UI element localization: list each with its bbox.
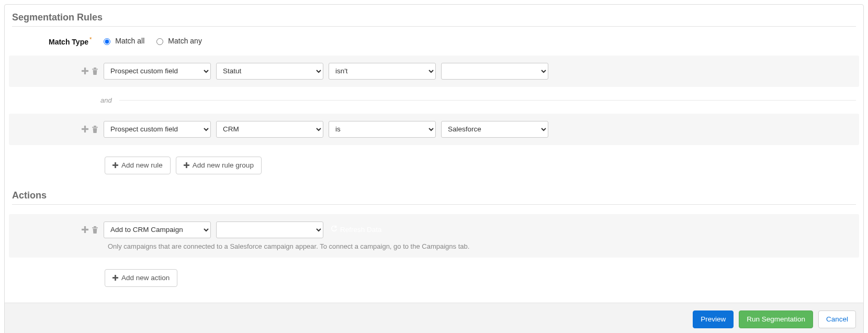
svg-rect-17 (112, 277, 118, 279)
action-row: Add to CRM Campaign Refresh Data Only ca… (9, 214, 859, 258)
rule-row: Prospect custom field CRM is Salesforce (9, 114, 859, 145)
add-new-rule-button[interactable]: Add new rule (105, 157, 171, 174)
svg-rect-5 (82, 128, 88, 130)
segmentation-panel: Segmentation Rules Match Type* Match all… (4, 4, 864, 333)
rule-field-type-select[interactable]: Prospect custom field (104, 121, 211, 138)
trash-icon[interactable] (92, 226, 98, 234)
match-any-label: Match any (168, 37, 202, 45)
rule-field-name-select[interactable]: CRM (216, 121, 323, 138)
actions-title: Actions (9, 190, 859, 204)
rule-value-select[interactable] (441, 63, 548, 80)
plus-icon (112, 275, 118, 281)
action-value-select[interactable] (216, 221, 323, 238)
match-all-label: Match all (115, 37, 144, 45)
refresh-label: Refresh Data (340, 226, 382, 234)
action-buttons-row: Add new action (9, 269, 859, 287)
rule-operator-select[interactable]: is (329, 121, 436, 138)
rule-value-select[interactable]: Salesforce (441, 121, 548, 138)
add-group-label: Add new rule group (193, 161, 254, 169)
match-type-row: Match Type* Match all Match any (12, 36, 856, 46)
action-type-select[interactable]: Add to CRM Campaign (104, 221, 211, 238)
panel-body: Segmentation Rules Match Type* Match all… (5, 5, 863, 287)
svg-rect-11 (184, 164, 189, 166)
svg-rect-2 (92, 69, 98, 70)
rule-field-name-select[interactable]: Statut (216, 63, 323, 80)
rule-buttons-row: Add new rule Add new rule group (9, 157, 859, 174)
svg-rect-15 (94, 226, 96, 227)
add-action-label: Add new action (121, 274, 170, 282)
run-segmentation-button[interactable]: Run Segmentation (739, 310, 813, 328)
refresh-icon (331, 226, 337, 234)
rule-row-icons (12, 68, 98, 75)
trash-icon[interactable] (92, 126, 98, 133)
cancel-button[interactable]: Cancel (818, 310, 856, 328)
refresh-data-link[interactable]: Refresh Data (331, 226, 382, 234)
add-rule-label: Add new rule (121, 161, 163, 169)
match-any-radio[interactable] (156, 38, 163, 45)
add-icon[interactable] (82, 226, 88, 234)
svg-rect-1 (82, 70, 88, 72)
rule-field-type-select[interactable]: Prospect custom field (104, 63, 211, 80)
rule-operator-select[interactable]: isn't (329, 63, 436, 80)
add-icon[interactable] (82, 126, 88, 133)
panel-footer: Preview Run Segmentation Cancel (5, 303, 863, 333)
rule-connector-row: and (9, 96, 859, 104)
trash-icon[interactable] (92, 68, 98, 75)
rule-row: Prospect custom field Statut isn't (9, 56, 859, 87)
preview-button[interactable]: Preview (693, 310, 734, 328)
match-type-label: Match Type* (49, 36, 92, 46)
svg-rect-3 (94, 68, 96, 69)
action-row-top: Add to CRM Campaign Refresh Data (12, 221, 856, 238)
svg-rect-9 (112, 164, 118, 166)
svg-rect-7 (94, 126, 96, 127)
match-any-radio-wrap[interactable]: Match any (154, 37, 202, 45)
add-new-action-button[interactable]: Add new action (105, 269, 177, 287)
match-all-radio[interactable] (104, 38, 110, 45)
svg-rect-6 (92, 127, 98, 128)
add-icon[interactable] (82, 68, 88, 75)
divider (12, 26, 856, 27)
plus-icon (184, 162, 189, 168)
action-row-icons (12, 226, 98, 234)
divider (12, 204, 856, 205)
match-all-radio-wrap[interactable]: Match all (101, 37, 144, 45)
connector-line (119, 100, 856, 101)
required-star-icon: * (89, 36, 92, 42)
connector-label: and (100, 96, 112, 104)
svg-rect-13 (82, 229, 88, 230)
svg-rect-14 (92, 227, 98, 228)
add-new-rule-group-button[interactable]: Add new rule group (176, 157, 262, 174)
plus-icon (112, 162, 118, 168)
segmentation-rules-title: Segmentation Rules (9, 12, 859, 26)
actions-help-text: Only campaigns that are connected to a S… (12, 238, 856, 250)
rule-row-icons (12, 126, 98, 133)
